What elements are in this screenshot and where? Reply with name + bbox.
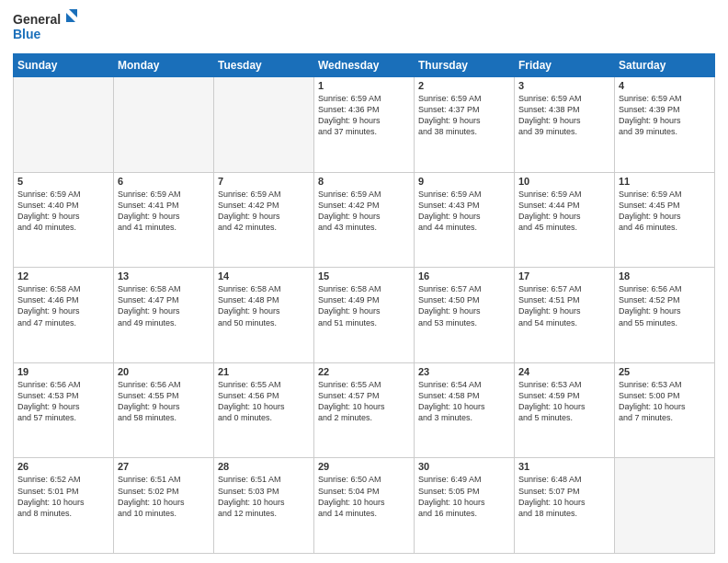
day-info: Sunrise: 6:57 AM Sunset: 4:50 PM Dayligh… — [418, 283, 510, 328]
weekday-header: Sunday — [14, 54, 114, 77]
calendar-cell: 16Sunrise: 6:57 AM Sunset: 4:50 PM Dayli… — [415, 268, 515, 363]
weekday-header: Thursday — [415, 54, 515, 77]
day-number: 12 — [17, 270, 109, 282]
day-info: Sunrise: 6:48 AM Sunset: 5:07 PM Dayligh… — [518, 474, 610, 519]
day-info: Sunrise: 6:59 AM Sunset: 4:39 PM Dayligh… — [619, 93, 711, 138]
day-info: Sunrise: 6:59 AM Sunset: 4:44 PM Dayligh… — [518, 189, 610, 234]
day-number: 3 — [518, 80, 610, 91]
day-info: Sunrise: 6:56 AM Sunset: 4:53 PM Dayligh… — [17, 379, 109, 424]
day-info: Sunrise: 6:54 AM Sunset: 4:58 PM Dayligh… — [418, 379, 510, 424]
calendar-cell: 5Sunrise: 6:59 AM Sunset: 4:40 PM Daylig… — [14, 172, 114, 268]
day-info: Sunrise: 6:53 AM Sunset: 5:00 PM Dayligh… — [619, 379, 711, 424]
day-number: 9 — [418, 176, 510, 187]
calendar-cell: 9Sunrise: 6:59 AM Sunset: 4:43 PM Daylig… — [415, 172, 515, 268]
day-number: 6 — [118, 176, 210, 187]
day-number: 5 — [17, 176, 109, 187]
calendar-cell: 19Sunrise: 6:56 AM Sunset: 4:53 PM Dayli… — [14, 362, 114, 458]
calendar-cell: 22Sunrise: 6:55 AM Sunset: 4:57 PM Dayli… — [314, 362, 415, 458]
page: General Blue SundayMondayTuesdayWednesda… — [0, 0, 728, 563]
day-info: Sunrise: 6:52 AM Sunset: 5:01 PM Dayligh… — [17, 474, 109, 519]
day-info: Sunrise: 6:59 AM Sunset: 4:41 PM Dayligh… — [118, 189, 210, 234]
day-number: 4 — [619, 80, 711, 91]
calendar-cell: 13Sunrise: 6:58 AM Sunset: 4:47 PM Dayli… — [114, 268, 214, 363]
weekday-header: Saturday — [615, 54, 715, 77]
calendar-cell: 28Sunrise: 6:51 AM Sunset: 5:03 PM Dayli… — [214, 458, 314, 554]
svg-text:General: General — [13, 12, 61, 27]
day-number: 30 — [418, 461, 510, 472]
day-info: Sunrise: 6:55 AM Sunset: 4:56 PM Dayligh… — [218, 379, 310, 424]
calendar-cell: 23Sunrise: 6:54 AM Sunset: 4:58 PM Dayli… — [415, 362, 515, 458]
day-number: 21 — [218, 366, 310, 377]
day-number: 15 — [318, 270, 410, 282]
calendar-cell: 30Sunrise: 6:49 AM Sunset: 5:05 PM Dayli… — [415, 458, 515, 554]
day-number: 22 — [318, 366, 410, 377]
day-number: 29 — [318, 461, 410, 472]
calendar-week-row: 5Sunrise: 6:59 AM Sunset: 4:40 PM Daylig… — [14, 172, 715, 268]
calendar-cell: 17Sunrise: 6:57 AM Sunset: 4:51 PM Dayli… — [515, 268, 615, 363]
day-number: 19 — [17, 366, 109, 377]
calendar-cell: 4Sunrise: 6:59 AM Sunset: 4:39 PM Daylig… — [615, 77, 715, 173]
calendar-cell: 11Sunrise: 6:59 AM Sunset: 4:45 PM Dayli… — [615, 172, 715, 268]
weekday-header: Tuesday — [214, 54, 314, 77]
calendar-cell: 6Sunrise: 6:59 AM Sunset: 4:41 PM Daylig… — [114, 172, 214, 268]
logo-svg: General Blue — [13, 9, 77, 46]
calendar-cell: 1Sunrise: 6:59 AM Sunset: 4:36 PM Daylig… — [314, 77, 415, 173]
calendar-cell: 25Sunrise: 6:53 AM Sunset: 5:00 PM Dayli… — [615, 362, 715, 458]
day-number: 25 — [619, 366, 711, 377]
calendar-cell — [615, 458, 715, 554]
day-number: 13 — [118, 270, 210, 282]
day-info: Sunrise: 6:51 AM Sunset: 5:02 PM Dayligh… — [118, 474, 210, 519]
day-info: Sunrise: 6:59 AM Sunset: 4:37 PM Dayligh… — [418, 93, 510, 138]
day-number: 17 — [518, 270, 610, 282]
calendar-week-row: 26Sunrise: 6:52 AM Sunset: 5:01 PM Dayli… — [14, 458, 715, 554]
calendar-cell: 29Sunrise: 6:50 AM Sunset: 5:04 PM Dayli… — [314, 458, 415, 554]
calendar-cell: 24Sunrise: 6:53 AM Sunset: 4:59 PM Dayli… — [515, 362, 615, 458]
calendar-table: SundayMondayTuesdayWednesdayThursdayFrid… — [13, 53, 715, 554]
day-info: Sunrise: 6:59 AM Sunset: 4:45 PM Dayligh… — [619, 189, 711, 234]
day-number: 20 — [118, 366, 210, 377]
day-number: 1 — [318, 80, 410, 91]
day-info: Sunrise: 6:59 AM Sunset: 4:40 PM Dayligh… — [17, 189, 109, 234]
day-info: Sunrise: 6:49 AM Sunset: 5:05 PM Dayligh… — [418, 474, 510, 519]
calendar-cell — [214, 77, 314, 173]
day-number: 18 — [619, 270, 711, 282]
day-info: Sunrise: 6:55 AM Sunset: 4:57 PM Dayligh… — [318, 379, 410, 424]
day-info: Sunrise: 6:58 AM Sunset: 4:47 PM Dayligh… — [118, 283, 210, 328]
header: General Blue — [13, 9, 715, 46]
day-number: 28 — [218, 461, 310, 472]
calendar-cell: 12Sunrise: 6:58 AM Sunset: 4:46 PM Dayli… — [14, 268, 114, 363]
day-number: 10 — [518, 176, 610, 187]
calendar-week-row: 1Sunrise: 6:59 AM Sunset: 4:36 PM Daylig… — [14, 77, 715, 173]
day-info: Sunrise: 6:50 AM Sunset: 5:04 PM Dayligh… — [318, 474, 410, 519]
day-info: Sunrise: 6:56 AM Sunset: 4:55 PM Dayligh… — [118, 379, 210, 424]
calendar-cell: 26Sunrise: 6:52 AM Sunset: 5:01 PM Dayli… — [14, 458, 114, 554]
day-number: 27 — [118, 461, 210, 472]
day-number: 8 — [318, 176, 410, 187]
weekday-header: Friday — [515, 54, 615, 77]
day-number: 23 — [418, 366, 510, 377]
day-info: Sunrise: 6:59 AM Sunset: 4:43 PM Dayligh… — [418, 189, 510, 234]
calendar-cell: 14Sunrise: 6:58 AM Sunset: 4:48 PM Dayli… — [214, 268, 314, 363]
day-number: 2 — [418, 80, 510, 91]
day-info: Sunrise: 6:58 AM Sunset: 4:49 PM Dayligh… — [318, 283, 410, 328]
day-number: 31 — [518, 461, 610, 472]
day-number: 7 — [218, 176, 310, 187]
day-number: 26 — [17, 461, 109, 472]
day-number: 11 — [619, 176, 711, 187]
calendar-cell: 18Sunrise: 6:56 AM Sunset: 4:52 PM Dayli… — [615, 268, 715, 363]
day-info: Sunrise: 6:53 AM Sunset: 4:59 PM Dayligh… — [518, 379, 610, 424]
calendar-cell: 15Sunrise: 6:58 AM Sunset: 4:49 PM Dayli… — [314, 268, 415, 363]
day-info: Sunrise: 6:59 AM Sunset: 4:38 PM Dayligh… — [518, 93, 610, 138]
calendar-cell: 7Sunrise: 6:59 AM Sunset: 4:42 PM Daylig… — [214, 172, 314, 268]
calendar-header-row: SundayMondayTuesdayWednesdayThursdayFrid… — [14, 54, 715, 77]
weekday-header: Wednesday — [314, 54, 415, 77]
calendar-cell: 2Sunrise: 6:59 AM Sunset: 4:37 PM Daylig… — [415, 77, 515, 173]
day-info: Sunrise: 6:58 AM Sunset: 4:46 PM Dayligh… — [17, 283, 109, 328]
calendar-cell — [114, 77, 214, 173]
calendar-cell: 10Sunrise: 6:59 AM Sunset: 4:44 PM Dayli… — [515, 172, 615, 268]
day-number: 14 — [218, 270, 310, 282]
calendar-cell: 27Sunrise: 6:51 AM Sunset: 5:02 PM Dayli… — [114, 458, 214, 554]
calendar-cell: 8Sunrise: 6:59 AM Sunset: 4:42 PM Daylig… — [314, 172, 415, 268]
day-info: Sunrise: 6:57 AM Sunset: 4:51 PM Dayligh… — [518, 283, 610, 328]
calendar-cell: 21Sunrise: 6:55 AM Sunset: 4:56 PM Dayli… — [214, 362, 314, 458]
